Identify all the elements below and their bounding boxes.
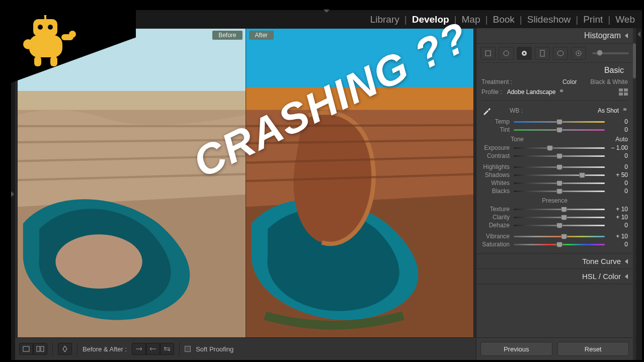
exposure-value[interactable]: – 1.00	[609, 144, 628, 151]
hsl-color-header[interactable]: HSL / Color	[476, 269, 633, 284]
previous-button[interactable]: Previous	[480, 342, 552, 356]
blacks-slider[interactable]	[514, 189, 605, 194]
module-develop[interactable]: Develop	[412, 14, 449, 25]
auto-tone-button[interactable]: Auto	[615, 136, 628, 143]
collapse-triangle-icon	[625, 33, 628, 38]
exposure-slider[interactable]	[514, 145, 605, 150]
saturation-slider[interactable]	[514, 242, 605, 247]
temp-slider[interactable]	[514, 119, 605, 124]
svg-point-14	[55, 234, 142, 289]
highlights-slider[interactable]	[514, 164, 605, 169]
spot-heal-tool-button[interactable]	[499, 47, 514, 60]
dehaze-value[interactable]: 0	[609, 222, 628, 229]
copy-before-button[interactable]	[146, 343, 160, 355]
shadows-value[interactable]: + 50	[609, 171, 628, 178]
loupe-view-button[interactable]	[19, 343, 33, 355]
swap-both-button[interactable]	[160, 343, 174, 355]
right-edge-collapse-handle[interactable]	[636, 28, 642, 360]
profile-browser-button[interactable]	[619, 88, 628, 96]
clarity-value[interactable]: + 10	[609, 214, 628, 221]
slider-thumb-icon	[556, 119, 562, 125]
module-web[interactable]: Web	[615, 14, 635, 25]
svg-rect-5	[34, 56, 41, 66]
tone-label: Tone	[511, 136, 524, 143]
top-collapse-triangle-icon[interactable]	[324, 10, 330, 13]
vibrance-value[interactable]: + 10	[609, 233, 628, 240]
graduated-filter-button[interactable]	[535, 47, 550, 60]
treatment-color-button[interactable]: Color	[562, 78, 577, 85]
scrollbar-thumb[interactable]	[633, 43, 636, 78]
slider-thumb-icon	[556, 223, 562, 228]
tone-curve-header[interactable]: Tone Curve	[476, 254, 633, 269]
eyedropper-icon[interactable]	[481, 105, 493, 116]
svg-rect-21	[486, 51, 491, 56]
profile-dropdown[interactable]: Adobe Landscape ▝▘	[507, 88, 565, 96]
clarity-label: Clarity	[481, 214, 510, 221]
tint-slider-row: Tint 0	[481, 126, 628, 134]
slider-thumb-icon	[556, 180, 562, 186]
svg-point-2	[23, 39, 33, 49]
slider-thumb-icon	[579, 172, 585, 178]
tint-value[interactable]: 0	[609, 126, 628, 133]
toolbar-divider	[77, 342, 77, 355]
caret-icon: ▝▘	[558, 90, 565, 95]
tool-size-slider[interactable]	[592, 52, 629, 54]
module-map[interactable]: Map	[462, 14, 480, 25]
shadows-label: Shadows	[481, 171, 510, 178]
brand-corner-clip	[0, 0, 151, 90]
svg-rect-25	[540, 50, 544, 56]
basic-header[interactable]: Basic	[481, 66, 628, 77]
texture-value[interactable]: + 10	[609, 206, 628, 213]
svg-point-28	[578, 52, 580, 54]
soft-proofing-checkbox[interactable]	[185, 346, 191, 352]
wb-dropdown[interactable]: As Shot ▝▘	[598, 107, 628, 114]
svg-point-10	[48, 25, 53, 30]
swap-lr-button[interactable]	[132, 343, 146, 355]
before-after-lr-button[interactable]	[33, 343, 47, 355]
treatment-bw-button[interactable]: Black & White	[590, 78, 628, 85]
vibrance-label: Vibrance	[481, 233, 510, 240]
wb-label: WB :	[510, 107, 523, 114]
module-slideshow[interactable]: Slideshow	[527, 14, 571, 25]
temp-value[interactable]: 0	[609, 118, 628, 125]
before-after-arrange-group	[132, 343, 174, 355]
treatment-label: Treatment :	[481, 78, 512, 85]
radial-filter-button[interactable]	[553, 47, 568, 60]
blacks-value[interactable]: 0	[609, 188, 628, 195]
svg-point-22	[504, 51, 509, 56]
texture-slider[interactable]	[514, 207, 605, 212]
clarity-slider[interactable]	[514, 215, 605, 220]
contrast-value[interactable]: 0	[609, 152, 628, 159]
saturation-value[interactable]: 0	[609, 241, 628, 248]
image-after-pane[interactable]: After	[246, 29, 474, 337]
collapse-triangle-icon	[625, 274, 628, 279]
svg-point-24	[523, 52, 525, 54]
svg-point-8	[44, 15, 47, 16]
before-after-yy-button[interactable]	[58, 343, 72, 355]
saturation-label: Saturation	[481, 241, 510, 248]
dehaze-slider[interactable]	[514, 223, 605, 228]
reset-button[interactable]: Reset	[557, 342, 629, 356]
whites-slider[interactable]	[514, 180, 605, 186]
shadows-slider-row: Shadows + 50	[481, 171, 628, 179]
tint-label: Tint	[481, 126, 510, 133]
histogram-header[interactable]: Histogram	[476, 28, 633, 44]
redeye-tool-button[interactable]	[517, 47, 532, 60]
tint-slider[interactable]	[514, 127, 605, 132]
canyon-scene-after	[246, 29, 474, 337]
soft-proofing-label: Soft Proofing	[196, 345, 233, 353]
contrast-slider[interactable]	[514, 153, 605, 158]
brush-tool-button[interactable]	[571, 47, 586, 60]
module-print[interactable]: Print	[583, 14, 603, 25]
vibrance-slider[interactable]	[514, 234, 605, 239]
module-library[interactable]: Library	[370, 14, 399, 25]
view-mode-group	[19, 343, 47, 355]
svg-rect-6	[50, 56, 57, 66]
highlights-value[interactable]: 0	[609, 163, 628, 170]
crop-tool-button[interactable]	[480, 47, 496, 60]
right-panel-scrollbar[interactable]	[633, 28, 636, 360]
shadows-slider[interactable]	[514, 172, 605, 177]
before-after-label: Before & After :	[83, 345, 127, 353]
whites-value[interactable]: 0	[609, 179, 628, 187]
module-book[interactable]: Book	[493, 14, 514, 25]
